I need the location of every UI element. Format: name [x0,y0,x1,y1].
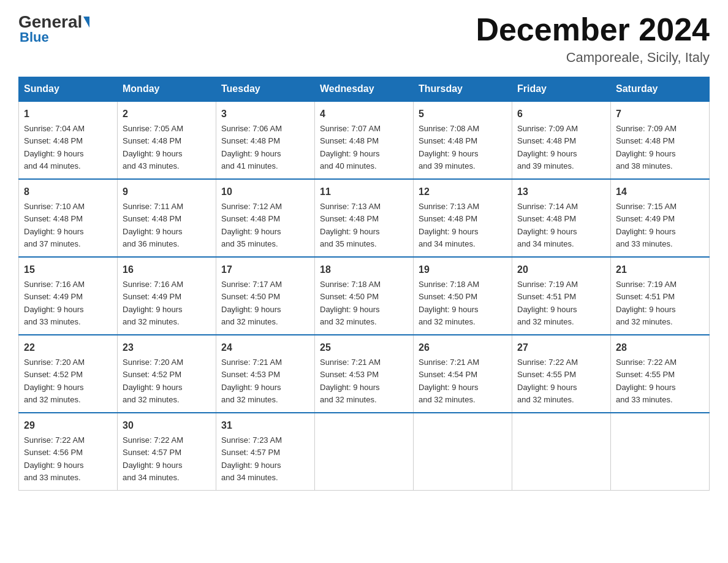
calendar-cell: 31Sunrise: 7:23 AMSunset: 4:57 PMDayligh… [216,413,315,491]
day-info: Sunrise: 7:20 AMSunset: 4:52 PMDaylight:… [123,358,183,404]
day-info: Sunrise: 7:19 AMSunset: 4:51 PMDaylight:… [616,280,677,326]
day-number: 16 [123,262,211,277]
day-number: 24 [221,340,309,355]
day-number: 2 [123,107,211,121]
day-info: Sunrise: 7:14 AMSunset: 4:48 PMDaylight:… [517,202,578,248]
day-header-sunday: Sunday [19,77,118,102]
day-info: Sunrise: 7:10 AMSunset: 4:48 PMDaylight:… [24,202,85,248]
day-info: Sunrise: 7:17 AMSunset: 4:50 PMDaylight:… [221,280,282,326]
calendar-cell: 27Sunrise: 7:22 AMSunset: 4:55 PMDayligh… [512,335,611,413]
calendar-week-row: 8Sunrise: 7:10 AMSunset: 4:48 PMDaylight… [19,179,710,257]
day-info: Sunrise: 7:19 AMSunset: 4:51 PMDaylight:… [517,280,578,326]
calendar-cell [512,413,611,491]
calendar-cell: 5Sunrise: 7:08 AMSunset: 4:48 PMDaylight… [414,101,512,179]
calendar-cell: 14Sunrise: 7:15 AMSunset: 4:49 PMDayligh… [611,179,710,257]
month-title: December 2024 [476,12,710,47]
day-number: 10 [221,185,309,199]
calendar-cell: 19Sunrise: 7:18 AMSunset: 4:50 PMDayligh… [414,257,512,335]
day-info: Sunrise: 7:22 AMSunset: 4:55 PMDaylight:… [517,358,578,404]
day-number: 22 [24,340,112,355]
day-info: Sunrise: 7:22 AMSunset: 4:57 PMDaylight:… [123,435,183,482]
day-number: 29 [24,418,112,433]
day-info: Sunrise: 7:13 AMSunset: 4:48 PMDaylight:… [320,202,381,248]
calendar-table: SundayMondayTuesdayWednesdayThursdayFrid… [18,77,710,491]
day-number: 17 [221,262,309,277]
day-info: Sunrise: 7:13 AMSunset: 4:48 PMDaylight:… [419,202,479,248]
day-info: Sunrise: 7:18 AMSunset: 4:50 PMDaylight:… [419,280,479,326]
day-number: 21 [616,262,704,277]
calendar-cell: 22Sunrise: 7:20 AMSunset: 4:52 PMDayligh… [19,335,118,413]
day-number: 12 [419,185,507,199]
day-info: Sunrise: 7:07 AMSunset: 4:48 PMDaylight:… [320,124,381,170]
calendar-cell: 9Sunrise: 7:11 AMSunset: 4:48 PMDaylight… [118,179,216,257]
day-info: Sunrise: 7:04 AMSunset: 4:48 PMDaylight:… [24,124,85,170]
day-header-wednesday: Wednesday [315,77,414,102]
calendar-cell [611,413,710,491]
day-number: 6 [517,107,605,121]
day-header-tuesday: Tuesday [216,77,315,102]
calendar-cell: 20Sunrise: 7:19 AMSunset: 4:51 PMDayligh… [512,257,611,335]
day-number: 3 [221,107,309,121]
day-number: 28 [616,340,704,355]
calendar-cell: 28Sunrise: 7:22 AMSunset: 4:55 PMDayligh… [611,335,710,413]
calendar-cell: 30Sunrise: 7:22 AMSunset: 4:57 PMDayligh… [118,413,216,491]
day-header-saturday: Saturday [611,77,710,102]
day-info: Sunrise: 7:22 AMSunset: 4:56 PMDaylight:… [24,435,85,482]
day-header-friday: Friday [512,77,611,102]
calendar-week-row: 1Sunrise: 7:04 AMSunset: 4:48 PMDaylight… [19,101,710,179]
day-info: Sunrise: 7:09 AMSunset: 4:48 PMDaylight:… [616,124,677,170]
day-number: 11 [320,185,408,199]
day-number: 14 [616,185,704,199]
page-header: General Blue December 2024 Camporeale, S… [18,12,710,66]
day-number: 4 [320,107,408,121]
calendar-week-row: 29Sunrise: 7:22 AMSunset: 4:56 PMDayligh… [19,413,710,491]
day-number: 25 [320,340,408,355]
day-number: 5 [419,107,507,121]
day-number: 30 [123,418,211,433]
calendar-header-row: SundayMondayTuesdayWednesdayThursdayFrid… [19,77,710,102]
calendar-cell: 23Sunrise: 7:20 AMSunset: 4:52 PMDayligh… [118,335,216,413]
day-number: 1 [24,107,112,121]
title-block: December 2024 Camporeale, Sicily, Italy [476,12,710,66]
calendar-cell: 17Sunrise: 7:17 AMSunset: 4:50 PMDayligh… [216,257,315,335]
logo-triangle-icon [83,17,89,28]
day-header-monday: Monday [118,77,216,102]
day-info: Sunrise: 7:23 AMSunset: 4:57 PMDaylight:… [221,435,282,482]
calendar-cell: 2Sunrise: 7:05 AMSunset: 4:48 PMDaylight… [118,101,216,179]
calendar-cell: 16Sunrise: 7:16 AMSunset: 4:49 PMDayligh… [118,257,216,335]
calendar-cell: 21Sunrise: 7:19 AMSunset: 4:51 PMDayligh… [611,257,710,335]
day-info: Sunrise: 7:15 AMSunset: 4:49 PMDaylight:… [616,202,677,248]
day-header-thursday: Thursday [414,77,512,102]
day-number: 13 [517,185,605,199]
calendar-cell: 24Sunrise: 7:21 AMSunset: 4:53 PMDayligh… [216,335,315,413]
day-number: 31 [221,418,309,433]
logo: General Blue [18,12,89,45]
day-info: Sunrise: 7:22 AMSunset: 4:55 PMDaylight:… [616,358,677,404]
day-number: 23 [123,340,211,355]
day-number: 8 [24,185,112,199]
calendar-cell: 7Sunrise: 7:09 AMSunset: 4:48 PMDaylight… [611,101,710,179]
day-number: 27 [517,340,605,355]
calendar-cell: 1Sunrise: 7:04 AMSunset: 4:48 PMDaylight… [19,101,118,179]
day-number: 20 [517,262,605,277]
calendar-cell: 10Sunrise: 7:12 AMSunset: 4:48 PMDayligh… [216,179,315,257]
calendar-cell: 4Sunrise: 7:07 AMSunset: 4:48 PMDaylight… [315,101,414,179]
day-info: Sunrise: 7:21 AMSunset: 4:54 PMDaylight:… [419,358,479,404]
day-number: 7 [616,107,704,121]
day-info: Sunrise: 7:16 AMSunset: 4:49 PMDaylight:… [24,280,85,326]
calendar-cell: 6Sunrise: 7:09 AMSunset: 4:48 PMDaylight… [512,101,611,179]
calendar-cell [315,413,414,491]
day-info: Sunrise: 7:05 AMSunset: 4:48 PMDaylight:… [123,124,183,170]
day-number: 19 [419,262,507,277]
day-info: Sunrise: 7:16 AMSunset: 4:49 PMDaylight:… [123,280,183,326]
calendar-cell: 26Sunrise: 7:21 AMSunset: 4:54 PMDayligh… [414,335,512,413]
location: Camporeale, Sicily, Italy [476,50,710,66]
day-info: Sunrise: 7:09 AMSunset: 4:48 PMDaylight:… [517,124,578,170]
logo-blue-text: Blue [20,29,49,45]
day-info: Sunrise: 7:12 AMSunset: 4:48 PMDaylight:… [221,202,282,248]
day-info: Sunrise: 7:21 AMSunset: 4:53 PMDaylight:… [221,358,282,404]
calendar-cell: 25Sunrise: 7:21 AMSunset: 4:53 PMDayligh… [315,335,414,413]
calendar-week-row: 22Sunrise: 7:20 AMSunset: 4:52 PMDayligh… [19,335,710,413]
day-number: 9 [123,185,211,199]
calendar-cell: 29Sunrise: 7:22 AMSunset: 4:56 PMDayligh… [19,413,118,491]
